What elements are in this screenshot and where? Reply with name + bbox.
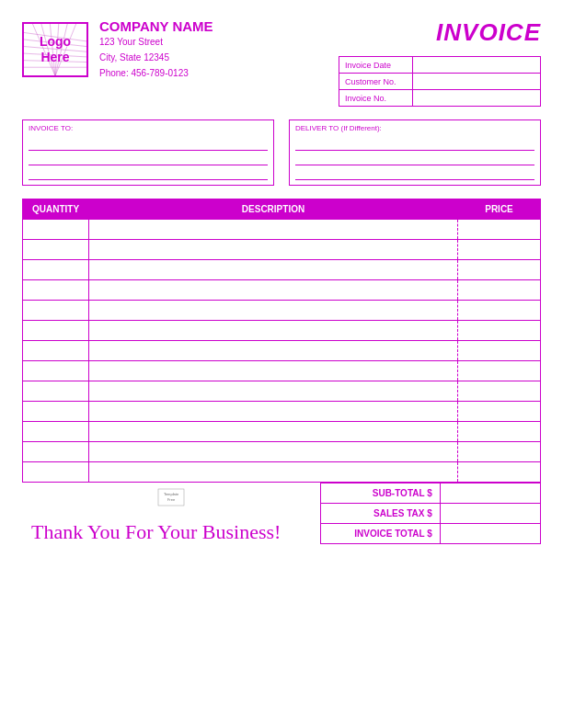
totals-table: SUB-TOTAL $ SALES TAX $ INVOICE TOTAL $ — [320, 483, 541, 544]
template-badge: Template Free — [22, 488, 320, 507]
header: Logo Here COMPANY NAME 123 Your Street C… — [22, 18, 541, 107]
price-cell-1[interactable] — [458, 240, 541, 260]
footer-row: Template Free Thank You For Your Busines… — [22, 483, 541, 544]
desc-cell-4[interactable] — [89, 301, 458, 321]
customer-no-value[interactable] — [412, 74, 540, 90]
svg-text:Template: Template — [164, 492, 179, 496]
deliver-to-line-2[interactable] — [295, 151, 534, 165]
customer-no-label: Customer No. — [339, 74, 413, 90]
invoice-info-table: Invoice Date Customer No. Invoice No. — [339, 56, 541, 107]
desc-cell-1[interactable] — [89, 240, 458, 260]
invoice-no-row: Invoice No. — [339, 90, 541, 107]
price-cell-4[interactable] — [458, 301, 541, 321]
deliver-to-box: DELIVER TO (If Different): — [289, 119, 541, 186]
price-cell-10[interactable] — [458, 422, 541, 442]
qty-cell-5[interactable] — [23, 321, 89, 341]
company-phone: Phone: 456-789-0123 — [99, 66, 213, 81]
desc-cell-9[interactable] — [89, 402, 458, 422]
table-row — [23, 462, 541, 483]
desc-cell-10[interactable] — [89, 422, 458, 442]
price-cell-0[interactable] — [458, 220, 541, 240]
salestax-row: SALES TAX $ — [321, 504, 541, 524]
desc-cell-8[interactable] — [89, 381, 458, 402]
invoice-to-box: INVOICE TO: — [22, 119, 274, 186]
subtotal-value[interactable] — [440, 483, 540, 504]
qty-cell-10[interactable] — [23, 422, 89, 442]
header-left: Logo Here COMPANY NAME 123 Your Street C… — [22, 18, 213, 81]
invoice-to-label: INVOICE TO: — [29, 124, 268, 132]
desc-cell-5[interactable] — [89, 321, 458, 341]
price-header: PRICE — [458, 199, 541, 220]
table-row — [23, 260, 541, 280]
company-info: COMPANY NAME 123 Your Street City, State… — [99, 18, 213, 81]
table-row — [23, 361, 541, 381]
table-row — [23, 341, 541, 361]
qty-cell-12[interactable] — [23, 462, 89, 483]
invoicetotal-row: INVOICE TOTAL $ — [321, 524, 541, 544]
desc-cell-2[interactable] — [89, 260, 458, 280]
deliver-to-lines — [295, 136, 534, 180]
qty-cell-7[interactable] — [23, 361, 89, 381]
invoice-no-label: Invoice No. — [339, 90, 413, 107]
price-cell-8[interactable] — [458, 381, 541, 402]
subtotal-label: SUB-TOTAL $ — [321, 483, 441, 504]
qty-cell-3[interactable] — [23, 280, 89, 301]
deliver-to-line-3[interactable] — [295, 165, 534, 180]
invoice-date-label: Invoice Date — [339, 57, 413, 74]
price-cell-7[interactable] — [458, 361, 541, 381]
svg-text:Free: Free — [167, 497, 176, 502]
table-row — [23, 280, 541, 301]
price-cell-12[interactable] — [458, 462, 541, 483]
table-row — [23, 422, 541, 442]
table-row — [23, 402, 541, 422]
qty-cell-6[interactable] — [23, 341, 89, 361]
invoice-page: Logo Here COMPANY NAME 123 Your Street C… — [0, 0, 563, 728]
qty-cell-8[interactable] — [23, 381, 89, 402]
salestax-value[interactable] — [440, 504, 540, 524]
logo-box: Logo Here — [22, 22, 88, 77]
quantity-header: QUANTITY — [23, 199, 89, 220]
table-row — [23, 442, 541, 462]
invoice-date-value[interactable] — [412, 57, 540, 74]
desc-cell-11[interactable] — [89, 442, 458, 462]
desc-cell-12[interactable] — [89, 462, 458, 483]
qty-cell-9[interactable] — [23, 402, 89, 422]
customer-no-row: Customer No. — [339, 74, 541, 90]
company-city: City, State 12345 — [99, 51, 213, 65]
thank-you-text: Thank You For Your Business! — [22, 520, 320, 544]
price-cell-6[interactable] — [458, 341, 541, 361]
qty-cell-0[interactable] — [23, 220, 89, 240]
company-name: COMPANY NAME — [99, 18, 213, 34]
company-street: 123 Your Street — [99, 35, 213, 50]
price-cell-11[interactable] — [458, 442, 541, 462]
price-cell-9[interactable] — [458, 402, 541, 422]
salestax-label: SALES TAX $ — [321, 504, 441, 524]
table-row — [23, 240, 541, 260]
desc-cell-0[interactable] — [89, 220, 458, 240]
footer-left: Template Free Thank You For Your Busines… — [22, 488, 320, 544]
invoice-date-row: Invoice Date — [339, 57, 541, 74]
invoice-no-value[interactable] — [412, 90, 540, 107]
invoicetotal-label: INVOICE TOTAL $ — [321, 524, 441, 544]
invoice-to-lines — [29, 136, 268, 180]
price-cell-2[interactable] — [458, 260, 541, 280]
table-row — [23, 321, 541, 341]
qty-cell-11[interactable] — [23, 442, 89, 462]
address-section: INVOICE TO: DELIVER TO (If Different): — [22, 119, 541, 186]
invoice-title: INVOICE — [436, 18, 541, 47]
qty-cell-2[interactable] — [23, 260, 89, 280]
qty-cell-4[interactable] — [23, 301, 89, 321]
qty-cell-1[interactable] — [23, 240, 89, 260]
deliver-to-line-1[interactable] — [295, 136, 534, 151]
price-cell-5[interactable] — [458, 321, 541, 341]
table-header-row: QUANTITY DESCRIPTION PRICE — [23, 199, 541, 220]
description-header: DESCRIPTION — [89, 199, 458, 220]
invoicetotal-value[interactable] — [440, 524, 540, 544]
invoice-to-line-1[interactable] — [29, 136, 268, 151]
desc-cell-6[interactable] — [89, 341, 458, 361]
desc-cell-3[interactable] — [89, 280, 458, 301]
desc-cell-7[interactable] — [89, 361, 458, 381]
invoice-to-line-3[interactable] — [29, 165, 268, 180]
price-cell-3[interactable] — [458, 280, 541, 301]
invoice-to-line-2[interactable] — [29, 151, 268, 165]
